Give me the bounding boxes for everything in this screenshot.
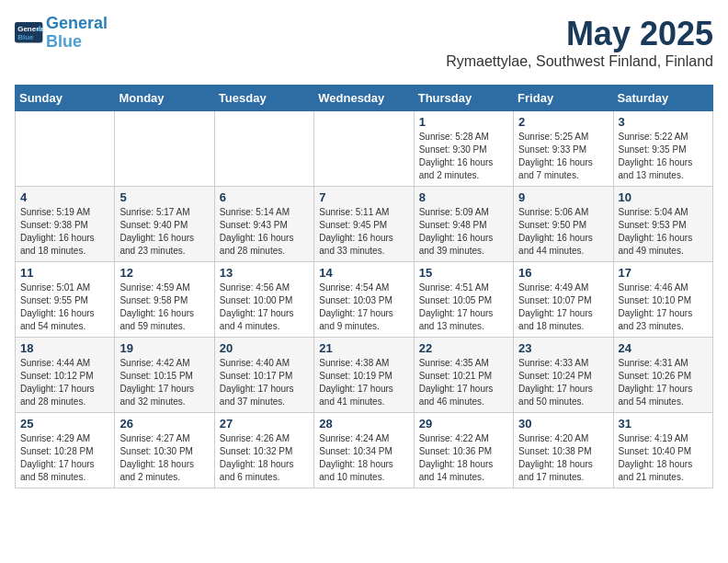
day-info: Sunrise: 5:22 AM Sunset: 9:35 PM Dayligh… [619, 131, 708, 182]
day-number: 13 [220, 266, 309, 280]
week-row: 25Sunrise: 4:29 AM Sunset: 10:28 PM Dayl… [16, 413, 713, 488]
day-info: Sunrise: 4:38 AM Sunset: 10:19 PM Daylig… [319, 357, 408, 408]
day-info: Sunrise: 5:06 AM Sunset: 9:50 PM Dayligh… [518, 206, 608, 258]
calendar-cell: 31Sunrise: 4:19 AM Sunset: 10:40 PM Dayl… [613, 413, 712, 488]
day-info: Sunrise: 5:19 AM Sunset: 9:38 PM Dayligh… [20, 206, 109, 258]
day-number: 15 [419, 266, 508, 280]
weekday-header-tuesday: Tuesday [214, 86, 313, 111]
calendar-cell [314, 111, 414, 187]
day-info: Sunrise: 4:19 AM Sunset: 10:40 PM Daylig… [619, 432, 708, 484]
day-info: Sunrise: 4:33 AM Sunset: 10:24 PM Daylig… [518, 357, 608, 408]
day-info: Sunrise: 4:46 AM Sunset: 10:10 PM Daylig… [619, 282, 708, 333]
day-info: Sunrise: 4:24 AM Sunset: 10:34 PM Daylig… [319, 432, 408, 484]
day-number: 12 [119, 266, 209, 280]
day-info: Sunrise: 5:25 AM Sunset: 9:33 PM Dayligh… [518, 131, 608, 182]
calendar-cell: 11Sunrise: 5:01 AM Sunset: 9:55 PM Dayli… [16, 262, 115, 338]
day-info: Sunrise: 5:17 AM Sunset: 9:40 PM Dayligh… [119, 206, 209, 258]
day-info: Sunrise: 5:28 AM Sunset: 9:30 PM Dayligh… [419, 131, 508, 182]
calendar-cell: 21Sunrise: 4:38 AM Sunset: 10:19 PM Dayl… [314, 338, 414, 413]
day-info: Sunrise: 4:59 AM Sunset: 9:58 PM Dayligh… [119, 282, 209, 333]
day-number: 27 [220, 417, 309, 431]
day-number: 1 [419, 115, 508, 129]
calendar-cell: 9Sunrise: 5:06 AM Sunset: 9:50 PM Daylig… [514, 187, 613, 262]
title-area: May 2025 Rymaettylae, Southwest Finland,… [446, 15, 713, 70]
month-title: May 2025 [446, 15, 713, 53]
weekday-row: SundayMondayTuesdayWednesdayThursdayFrid… [16, 86, 713, 111]
weekday-header-monday: Monday [115, 86, 214, 111]
calendar-cell: 30Sunrise: 4:20 AM Sunset: 10:38 PM Dayl… [514, 413, 613, 488]
calendar-cell: 16Sunrise: 4:49 AM Sunset: 10:07 PM Dayl… [514, 262, 613, 338]
day-number: 24 [619, 341, 708, 355]
logo-text: GeneralBlue [46, 15, 108, 52]
calendar-cell [115, 111, 214, 187]
day-info: Sunrise: 5:09 AM Sunset: 9:48 PM Dayligh… [419, 206, 508, 258]
week-row: 4Sunrise: 5:19 AM Sunset: 9:38 PM Daylig… [16, 187, 713, 262]
calendar-cell: 17Sunrise: 4:46 AM Sunset: 10:10 PM Dayl… [613, 262, 712, 338]
calendar-cell: 19Sunrise: 4:42 AM Sunset: 10:15 PM Dayl… [115, 338, 214, 413]
day-info: Sunrise: 4:40 AM Sunset: 10:17 PM Daylig… [220, 357, 309, 408]
day-number: 3 [619, 115, 708, 129]
calendar-cell: 3Sunrise: 5:22 AM Sunset: 9:35 PM Daylig… [613, 111, 712, 187]
day-info: Sunrise: 4:51 AM Sunset: 10:05 PM Daylig… [419, 282, 508, 333]
day-number: 14 [319, 266, 408, 280]
day-number: 30 [518, 417, 608, 431]
calendar-cell: 27Sunrise: 4:26 AM Sunset: 10:32 PM Dayl… [214, 413, 313, 488]
calendar-cell: 28Sunrise: 4:24 AM Sunset: 10:34 PM Dayl… [314, 413, 414, 488]
day-number: 23 [518, 341, 608, 355]
calendar-cell: 20Sunrise: 4:40 AM Sunset: 10:17 PM Dayl… [214, 338, 313, 413]
day-number: 9 [518, 190, 608, 204]
calendar-table: SundayMondayTuesdayWednesdayThursdayFrid… [15, 85, 713, 488]
calendar-cell: 7Sunrise: 5:11 AM Sunset: 9:45 PM Daylig… [314, 187, 414, 262]
day-number: 19 [119, 341, 209, 355]
calendar-cell [16, 111, 115, 187]
calendar-cell: 14Sunrise: 4:54 AM Sunset: 10:03 PM Dayl… [314, 262, 414, 338]
calendar-body: 1Sunrise: 5:28 AM Sunset: 9:30 PM Daylig… [16, 111, 713, 488]
logo: General Blue GeneralBlue [15, 15, 108, 52]
day-number: 11 [20, 266, 109, 280]
calendar-cell: 13Sunrise: 4:56 AM Sunset: 10:00 PM Dayl… [214, 262, 313, 338]
day-info: Sunrise: 4:22 AM Sunset: 10:36 PM Daylig… [419, 432, 508, 484]
calendar-cell: 29Sunrise: 4:22 AM Sunset: 10:36 PM Dayl… [414, 413, 513, 488]
day-info: Sunrise: 4:31 AM Sunset: 10:26 PM Daylig… [619, 357, 708, 408]
weekday-header-friday: Friday [514, 86, 613, 111]
day-info: Sunrise: 5:11 AM Sunset: 9:45 PM Dayligh… [319, 206, 408, 258]
day-info: Sunrise: 5:14 AM Sunset: 9:43 PM Dayligh… [220, 206, 309, 258]
week-row: 1Sunrise: 5:28 AM Sunset: 9:30 PM Daylig… [16, 111, 713, 187]
day-info: Sunrise: 4:49 AM Sunset: 10:07 PM Daylig… [518, 282, 608, 333]
day-info: Sunrise: 4:54 AM Sunset: 10:03 PM Daylig… [319, 282, 408, 333]
day-number: 26 [119, 417, 209, 431]
day-info: Sunrise: 4:56 AM Sunset: 10:00 PM Daylig… [220, 282, 309, 333]
logo-icon: General Blue [15, 22, 44, 44]
day-number: 28 [319, 417, 408, 431]
day-number: 20 [220, 341, 309, 355]
calendar-cell: 24Sunrise: 4:31 AM Sunset: 10:26 PM Dayl… [613, 338, 712, 413]
calendar-cell: 22Sunrise: 4:35 AM Sunset: 10:21 PM Dayl… [414, 338, 513, 413]
calendar-cell [214, 111, 313, 187]
calendar-cell: 10Sunrise: 5:04 AM Sunset: 9:53 PM Dayli… [613, 187, 712, 262]
week-row: 18Sunrise: 4:44 AM Sunset: 10:12 PM Dayl… [16, 338, 713, 413]
calendar-cell: 18Sunrise: 4:44 AM Sunset: 10:12 PM Dayl… [16, 338, 115, 413]
weekday-header-sunday: Sunday [16, 86, 115, 111]
calendar-cell: 8Sunrise: 5:09 AM Sunset: 9:48 PM Daylig… [414, 187, 513, 262]
day-number: 4 [20, 190, 109, 204]
day-info: Sunrise: 4:26 AM Sunset: 10:32 PM Daylig… [220, 432, 309, 484]
day-number: 6 [220, 190, 309, 204]
day-number: 17 [619, 266, 708, 280]
calendar-cell: 1Sunrise: 5:28 AM Sunset: 9:30 PM Daylig… [414, 111, 513, 187]
day-number: 16 [518, 266, 608, 280]
day-info: Sunrise: 4:29 AM Sunset: 10:28 PM Daylig… [20, 432, 109, 484]
calendar-cell: 25Sunrise: 4:29 AM Sunset: 10:28 PM Dayl… [16, 413, 115, 488]
day-number: 10 [619, 190, 708, 204]
calendar-cell: 5Sunrise: 5:17 AM Sunset: 9:40 PM Daylig… [115, 187, 214, 262]
day-number: 2 [518, 115, 608, 129]
day-number: 5 [119, 190, 209, 204]
day-number: 21 [319, 341, 408, 355]
day-info: Sunrise: 4:44 AM Sunset: 10:12 PM Daylig… [20, 357, 109, 408]
day-number: 29 [419, 417, 508, 431]
svg-text:Blue: Blue [17, 33, 34, 41]
calendar-cell: 12Sunrise: 4:59 AM Sunset: 9:58 PM Dayli… [115, 262, 214, 338]
day-number: 31 [619, 417, 708, 431]
day-info: Sunrise: 4:27 AM Sunset: 10:30 PM Daylig… [119, 432, 209, 484]
day-info: Sunrise: 4:20 AM Sunset: 10:38 PM Daylig… [518, 432, 608, 484]
day-number: 8 [419, 190, 508, 204]
